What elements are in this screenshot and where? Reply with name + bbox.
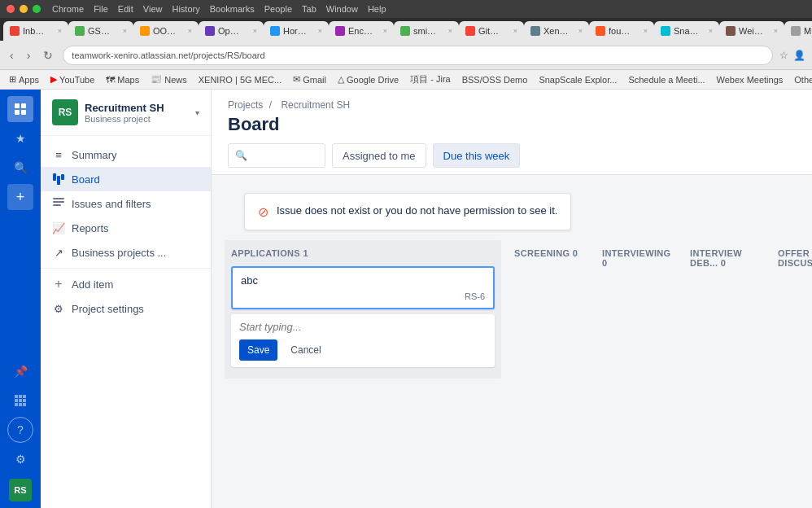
- tab-smi[interactable]: smi…×: [394, 21, 459, 41]
- page-title: Board: [228, 114, 796, 135]
- bookmark-maps[interactable]: 🗺Maps: [103, 75, 142, 85]
- sidebar-item-settings[interactable]: ⚙ Project settings: [41, 296, 211, 321]
- breadcrumb: Projects / Recruitment SH: [228, 99, 796, 111]
- issues-icon: [52, 197, 65, 210]
- address-input[interactable]: teamwork-xeniro.atlassian.net/projects/R…: [63, 46, 773, 65]
- svg-rect-6: [23, 395, 26, 398]
- starred-nav-icon[interactable]: ★: [7, 125, 33, 151]
- bookmarks-bar: ⊞Apps ▶YouTube 🗺Maps 📰News XENIRO | 5G M…: [0, 70, 812, 90]
- page-toolbar: 🔍 Assigned to me Due this week: [228, 143, 796, 174]
- svg-rect-17: [53, 201, 64, 203]
- pin-nav-icon[interactable]: 📌: [7, 358, 33, 384]
- card-title: abc: [241, 274, 485, 287]
- bookmark-news[interactable]: 📰News: [148, 74, 190, 85]
- forward-button[interactable]: ›: [24, 47, 34, 64]
- tab-enc[interactable]: Enc…×: [329, 21, 394, 41]
- cancel-button[interactable]: Cancel: [282, 339, 329, 361]
- tab-sna[interactable]: Sna…×: [654, 21, 719, 41]
- sidebar-item-reports[interactable]: 📈 Reports: [41, 216, 211, 240]
- svg-rect-16: [53, 198, 64, 199]
- breadcrumb-projects-link[interactable]: Projects: [228, 99, 263, 111]
- project-chevron-icon[interactable]: ▾: [195, 108, 199, 117]
- board-card[interactable]: abc RS-6: [231, 266, 495, 309]
- sidebar-item-board[interactable]: Board: [41, 167, 211, 191]
- column-applications: APPLICATIONS 1 abc RS-6 Save Cancel: [225, 240, 501, 379]
- svg-rect-12: [23, 403, 26, 406]
- board-search-box[interactable]: 🔍: [228, 143, 325, 168]
- close-dot[interactable]: [7, 5, 15, 13]
- tab-m2[interactable]: M2…×: [784, 21, 812, 41]
- tab-inbox[interactable]: Inb…×: [3, 21, 68, 41]
- column-screening: SCREENING 0: [508, 240, 589, 273]
- error-notification-wrapper: ⊘ Issue does not exist or you do not hav…: [212, 175, 812, 240]
- new-item-form: Save Cancel: [231, 314, 495, 367]
- svg-rect-13: [53, 173, 56, 181]
- svg-rect-1: [21, 103, 26, 108]
- settings-nav-icon[interactable]: ⚙: [7, 446, 33, 472]
- main-content: Projects / Recruitment SH Board 🔍 Assign…: [212, 90, 812, 508]
- svg-rect-2: [15, 110, 20, 115]
- bookmark-jira[interactable]: 項目 - Jira: [408, 73, 453, 85]
- reload-button[interactable]: ↻: [40, 47, 56, 64]
- tab-fou[interactable]: fou…×: [589, 21, 654, 41]
- bookmark-webex[interactable]: Webex Meetings: [714, 75, 786, 85]
- project-settings-icon: ⚙: [52, 302, 65, 315]
- column-interviewing-header: INTERVIEWING 0: [602, 247, 670, 269]
- tab-oo[interactable]: OO…×: [133, 21, 199, 41]
- save-button[interactable]: Save: [239, 339, 277, 361]
- sidebar-divider: [41, 268, 211, 269]
- column-interviewing: INTERVIEWING 0: [596, 240, 677, 282]
- home-nav-icon[interactable]: [7, 96, 33, 122]
- apps-nav-icon[interactable]: [7, 388, 33, 414]
- bookmark-snap[interactable]: SnapScale Explor...: [536, 75, 619, 85]
- sidebar-item-summary[interactable]: ≡ Summary: [41, 142, 211, 167]
- bookmark-bss[interactable]: BSS/OSS Demo: [460, 75, 530, 85]
- svg-rect-5: [19, 395, 22, 398]
- bookmark-schedule[interactable]: Schedule a Meeti...: [626, 75, 707, 85]
- profile-icon[interactable]: 👤: [793, 50, 805, 61]
- user-avatar[interactable]: RS: [9, 479, 32, 501]
- new-item-input[interactable]: [239, 321, 487, 333]
- bookmark-other[interactable]: Other Bookmarks »: [792, 75, 812, 85]
- create-nav-icon[interactable]: +: [7, 184, 33, 210]
- svg-rect-11: [19, 403, 22, 406]
- icon-sidebar: ★ 🔍 + 📌 ? ⚙ RS: [0, 90, 41, 508]
- minimize-dot[interactable]: [20, 5, 28, 13]
- project-sidebar: RS Recruitment SH Business project ▾ ≡ S…: [41, 90, 212, 508]
- tab-git[interactable]: Git…×: [459, 21, 524, 41]
- sidebar-item-business[interactable]: ↗ Business projects ...: [41, 240, 211, 265]
- bookmark-xeniro[interactable]: XENIRO | 5G MEC...: [196, 75, 285, 85]
- svg-rect-8: [19, 399, 22, 402]
- column-applications-header: APPLICATIONS 1: [231, 247, 495, 260]
- search-nav-icon[interactable]: 🔍: [7, 155, 33, 181]
- project-icon: RS: [52, 99, 78, 125]
- tab-op[interactable]: Op…×: [199, 21, 264, 41]
- tab-wei[interactable]: Wei…×: [719, 21, 784, 41]
- svg-rect-14: [57, 176, 60, 185]
- app-container: ★ 🔍 + 📌 ? ⚙ RS RS Recruitment SH Busines…: [0, 90, 812, 508]
- help-nav-icon[interactable]: ?: [7, 417, 33, 443]
- due-this-week-button[interactable]: Due this week: [433, 143, 521, 168]
- sidebar-item-issues[interactable]: Issues and filters: [41, 191, 211, 216]
- tab-xen[interactable]: Xen…×: [524, 21, 589, 41]
- tab-gs[interactable]: GS…×: [68, 21, 133, 41]
- bookmark-star-icon[interactable]: ☆: [779, 50, 788, 61]
- bookmark-youtube[interactable]: ▶YouTube: [48, 74, 97, 85]
- tab-hor[interactable]: Hor…×: [264, 21, 329, 41]
- back-button[interactable]: ‹: [7, 47, 17, 64]
- bookmark-gmail[interactable]: ✉Gmail: [290, 74, 329, 85]
- bookmark-apps[interactable]: ⊞Apps: [7, 74, 41, 85]
- assigned-to-me-button[interactable]: Assigned to me: [332, 143, 426, 168]
- sidebar-item-add[interactable]: + Add item: [41, 272, 211, 296]
- column-offer-discuss-header: OFFER DISCUSS... 0: [778, 247, 812, 269]
- fullscreen-dot[interactable]: [33, 5, 41, 13]
- bookmark-gdrive[interactable]: △Google Drive: [335, 74, 401, 85]
- board-icon: [52, 173, 65, 186]
- search-icon: 🔍: [235, 150, 247, 161]
- address-bar: ‹ › ↻ teamwork-xeniro.atlassian.net/proj…: [0, 41, 812, 70]
- svg-rect-18: [53, 204, 61, 206]
- chrome-os-bar: Chrome File Edit View History Bookmarks …: [0, 0, 812, 18]
- board-area: APPLICATIONS 1 abc RS-6 Save Cancel SCRE…: [212, 240, 812, 508]
- new-item-actions: Save Cancel: [239, 339, 487, 361]
- svg-rect-10: [15, 403, 18, 406]
